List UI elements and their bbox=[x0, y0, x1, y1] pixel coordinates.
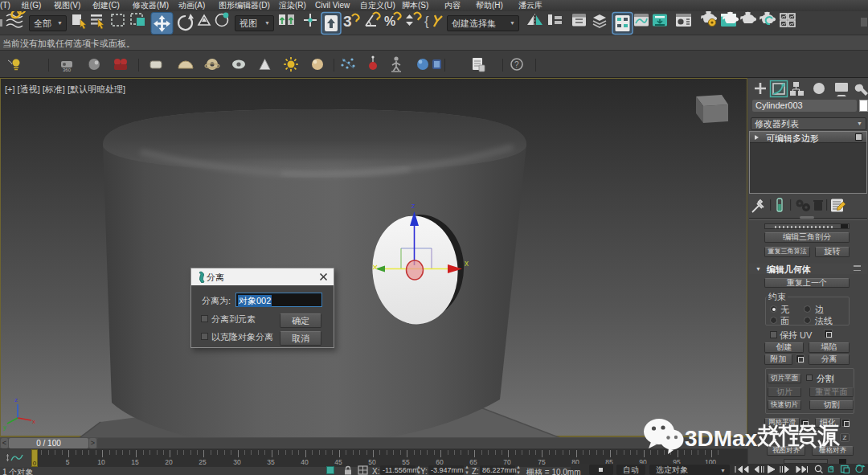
svg-text:%: % bbox=[384, 14, 395, 28]
svg-text:x: x bbox=[32, 418, 35, 425]
svg-text:360: 360 bbox=[63, 68, 72, 72]
svg-text:z: z bbox=[14, 396, 18, 403]
svg-text:3DMax: 3DMax bbox=[685, 426, 758, 451]
svg-text:x: x bbox=[465, 259, 469, 268]
svg-text:3: 3 bbox=[343, 13, 352, 30]
svg-text:?: ? bbox=[514, 60, 519, 69]
svg-text:z: z bbox=[411, 202, 416, 210]
svg-text:{: { bbox=[424, 14, 429, 29]
svg-text:y: y bbox=[3, 424, 6, 431]
